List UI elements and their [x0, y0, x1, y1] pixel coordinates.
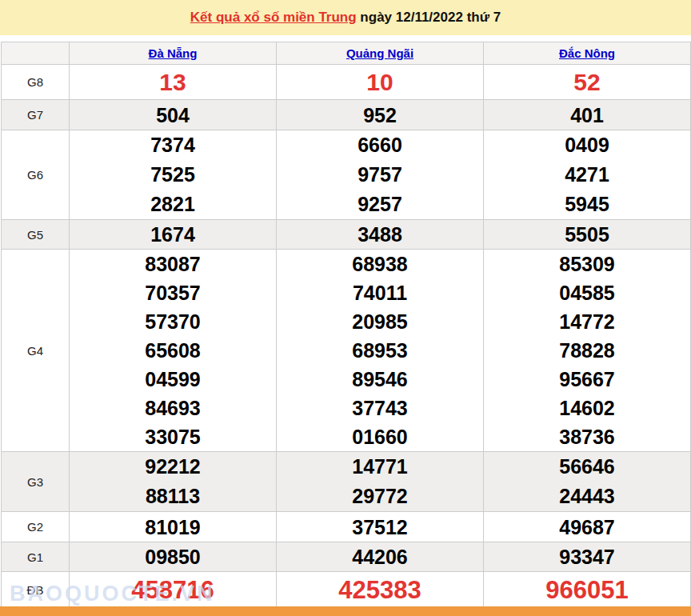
table-row-g5: G5 1674 3488 5505: [2, 220, 691, 250]
prize-number: 04599: [70, 365, 276, 394]
prize-number: 68953: [277, 336, 483, 365]
prize-number: 9757: [277, 160, 483, 190]
prize-number: 88113: [70, 482, 276, 511]
prize-number: 92212: [70, 452, 276, 482]
table-row-g1: G1 09850 44206 93347: [2, 542, 691, 572]
prize-label: G5: [2, 220, 70, 250]
prize-number: 458716: [70, 572, 276, 608]
prize-number: 70357: [70, 278, 276, 307]
prize-number: 33075: [70, 422, 276, 451]
prize-number: 2821: [70, 190, 276, 219]
prize-number: 57370: [70, 307, 276, 336]
column-link-da-nang[interactable]: Đà Nẵng: [149, 46, 198, 60]
prize-number: 93347: [484, 542, 690, 571]
table-row-g3: G3 92212 88113 14771 29772 56646 24443: [2, 452, 691, 512]
table-row-g8: G8 13 10 52: [2, 65, 691, 100]
table-row-g6: G6 7374 7525 2821 6660 9757 9257 0409 42…: [2, 130, 691, 220]
prize-number: 38736: [484, 422, 690, 451]
prize-number: 68938: [277, 250, 483, 278]
prize-number: 504: [70, 101, 276, 130]
prize-number: 83087: [70, 250, 276, 278]
prize-number: 85309: [484, 250, 690, 278]
prize-number: 84693: [70, 394, 276, 422]
prize-number: 01660: [277, 422, 483, 451]
prize-number: 13: [70, 65, 276, 99]
prize-label: G7: [2, 100, 70, 130]
prize-number: 14772: [484, 307, 690, 336]
corner-cell: [2, 42, 70, 65]
prize-number: 81019: [70, 513, 276, 542]
results-table: Đà Nẵng Quảng Ngãi Đắc Nông G8 13 10 52 …: [1, 42, 691, 609]
prize-number: 0409: [484, 130, 690, 160]
prize-number: 09850: [70, 542, 276, 571]
prize-number: 14602: [484, 394, 690, 422]
prize-number: 74011: [277, 278, 483, 307]
prize-number: 20985: [277, 307, 483, 336]
prize-label: G4: [2, 250, 70, 452]
prize-number: 952: [277, 101, 483, 130]
prize-number: 04585: [484, 278, 690, 307]
prize-number: 56646: [484, 452, 690, 482]
title-link[interactable]: Kết quả xổ số miền Trung: [190, 10, 357, 25]
prize-number: 9257: [277, 190, 483, 219]
prize-number: 14771: [277, 452, 483, 482]
prize-number: 89546: [277, 365, 483, 394]
page-header: Kết quả xổ số miền Trung ngày 12/11/2022…: [0, 0, 691, 35]
prize-number: 1674: [70, 220, 276, 249]
prize-number: 37512: [277, 513, 483, 542]
prize-number: 7525: [70, 160, 276, 190]
prize-number: 24443: [484, 482, 690, 511]
prize-number: 78828: [484, 336, 690, 365]
prize-number: 966051: [484, 572, 690, 608]
prize-number: 49687: [484, 513, 690, 542]
prize-number: 10: [277, 65, 483, 99]
prize-number: 401: [484, 101, 690, 130]
table-row-db: ĐB 458716 425383 966051: [2, 572, 691, 609]
column-link-dac-nong[interactable]: Đắc Nông: [559, 46, 615, 60]
bottom-orange-bar: [0, 606, 691, 616]
column-link-quang-ngai[interactable]: Quảng Ngãi: [346, 46, 413, 60]
table-row-g4: G4 83087 70357 57370 65608 04599 84693 3…: [2, 250, 691, 452]
prize-number: 5945: [484, 190, 690, 219]
table-row-g7: G7 504 952 401: [2, 100, 691, 130]
prize-label: G3: [2, 452, 70, 512]
prize-label: G1: [2, 542, 70, 572]
prize-number: 4271: [484, 160, 690, 190]
table-row-g2: G2 81019 37512 49687: [2, 512, 691, 542]
prize-label: G6: [2, 130, 70, 220]
prize-number: 5505: [484, 220, 690, 249]
prize-number: 425383: [277, 572, 483, 608]
prize-number: 6660: [277, 130, 483, 160]
prize-number: 95667: [484, 365, 690, 394]
prize-number: 52: [484, 65, 690, 99]
prize-number: 7374: [70, 130, 276, 160]
prize-number: 3488: [277, 220, 483, 249]
prize-number: 44206: [277, 542, 483, 571]
prize-number: 65608: [70, 336, 276, 365]
title-date-text: ngày 12/11/2022 thứ 7: [357, 10, 501, 25]
header-row: Đà Nẵng Quảng Ngãi Đắc Nông: [2, 42, 691, 65]
prize-number: 37743: [277, 394, 483, 422]
prize-label: G2: [2, 512, 70, 542]
prize-label: ĐB: [2, 572, 70, 609]
prize-number: 29772: [277, 482, 483, 511]
prize-label: G8: [2, 65, 70, 100]
